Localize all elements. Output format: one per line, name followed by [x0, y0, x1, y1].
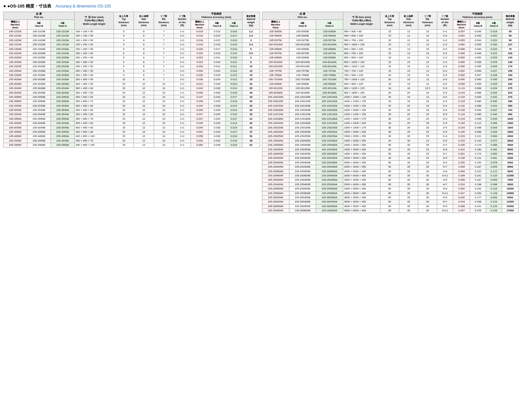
table-cell: 105-3045B — [27, 91, 51, 95]
table-cell: 105-9090A — [316, 82, 343, 86]
table-row: 105-6090K105-6090B105-6090A600 × 900 × 1… — [262, 56, 519, 60]
table-cell: 0.029 — [486, 60, 502, 64]
table-cell: 0.028 — [209, 108, 226, 112]
table-cell: 13 — [399, 52, 418, 56]
table-cell: 30 — [399, 143, 418, 147]
table-row: 105-2535K105-2535B105-2535A250 × 350 × 5… — [4, 73, 260, 77]
table-cell: 0.019 — [225, 143, 242, 147]
table-cell: 41 — [242, 117, 260, 121]
table-cell: 10 — [154, 104, 174, 108]
table-cell: 0.085 — [453, 60, 470, 64]
table-cell: 40 — [242, 99, 260, 104]
table-cell: 105-4050A — [51, 130, 75, 134]
table-cell: 105-5050A — [316, 30, 343, 34]
table-cell: 0.457 — [453, 209, 470, 213]
table-cell: 0.032 — [209, 139, 226, 143]
table-cell: 7 — [154, 60, 174, 64]
table-cell: 0.233 — [453, 139, 470, 143]
table-cell: 105-4560K — [4, 143, 27, 147]
table-cell: 500 × 600 × 100 — [343, 34, 380, 38]
table-cell: 270 — [502, 95, 518, 99]
table-cell: 15 — [242, 73, 260, 77]
table-cell: 105-3050A — [51, 95, 75, 99]
table-cell: 8 — [134, 43, 154, 47]
table-cell: 10 — [154, 143, 174, 147]
table-cell: 0.027 — [486, 69, 502, 73]
table-cell: 2000 × 3000 × 250 — [343, 160, 380, 165]
table-cell: 100 × 200 × 50 — [74, 38, 114, 42]
table-cell: 105-4060A — [51, 134, 75, 139]
table-cell: 105-150150A — [316, 126, 343, 130]
table-cell: 8 — [134, 73, 154, 77]
table-cell: 0.098 — [470, 130, 486, 134]
table-cell: 105-150300A — [316, 139, 343, 143]
table-cell: 12 — [134, 134, 154, 139]
table-cell: 13 — [418, 78, 437, 82]
table-cell: 2600 — [502, 139, 518, 143]
table-cell: 105-300600A — [316, 209, 343, 213]
table-row: 105-5060K105-5060B105-5060A500 × 600 × 1… — [262, 34, 519, 38]
table-cell: 90 — [502, 38, 518, 42]
table-cell: 0.028 — [209, 104, 226, 108]
table-cell: 50 — [380, 160, 399, 165]
table-cell: 10 — [154, 112, 174, 117]
table-cell: 60 — [502, 34, 518, 38]
table-cell: 400 × 400 × 60 — [74, 121, 114, 126]
table-cell: 0.045 — [191, 104, 208, 108]
table-cell: 105-3535K — [4, 104, 27, 108]
table-cell: 10 — [154, 130, 174, 134]
table-row: 105-100100K105-100100B105-100100A1000 × … — [262, 95, 519, 99]
table-cell: 0.140 — [453, 104, 470, 108]
class-b-sub: B級Class B — [27, 20, 51, 29]
table-cell: 105-200500K — [262, 169, 289, 173]
table-cell: 105-250400B — [289, 182, 316, 187]
table-cell: 105-4050B — [27, 130, 51, 134]
table-cell: 1×1 — [174, 56, 191, 60]
table-cell: 0.017 — [225, 130, 242, 134]
table-cell: 15 — [114, 130, 134, 134]
table-cell: 60 — [380, 209, 399, 213]
table-cell: 7 — [154, 56, 174, 60]
table-cell: 105-150450B — [289, 147, 316, 152]
table-cell: 105-3050K — [4, 95, 27, 99]
table-cell: 105-3545A — [51, 112, 75, 117]
table-cell: 2.2 — [242, 30, 260, 34]
table-cell: 0.045 — [191, 121, 208, 126]
table-cell: 60 — [380, 182, 399, 187]
table-cell: 0.056 — [486, 121, 502, 126]
table-cell: 30 — [399, 134, 418, 139]
table-cell: 0.015 — [209, 30, 226, 34]
table-cell: 500 × 1000 × 100 — [343, 43, 380, 47]
flatness-header-r: 平面精度Flatness accuracy (mm) — [453, 12, 502, 20]
table-cell: 0.098 — [486, 182, 502, 187]
table-cell: 105-250500B — [289, 187, 316, 191]
table-cell: 2×3 — [437, 99, 453, 104]
table-cell: 15 — [399, 78, 418, 82]
table-cell: 0.044 — [486, 91, 502, 95]
table-cell: 0.022 — [486, 38, 502, 42]
table-cell: 105-250600B — [289, 191, 316, 195]
table-row: 105-150200K105-150200B105-150200A1500 × … — [262, 130, 519, 134]
table-row: 105-2020K105-2020B105-2020A200 × 200 × 5… — [4, 52, 260, 56]
table-row: 105-250400K105-250400B105-250400A2500 × … — [262, 182, 519, 187]
table-cell: 12 — [134, 82, 154, 86]
table-cell: 2×3 — [437, 91, 453, 95]
table-cell: 20 — [399, 91, 418, 95]
table-cell: 2×2 — [437, 52, 453, 56]
table-cell: 0.015 — [209, 38, 226, 42]
table-cell: 18 — [380, 56, 399, 60]
table-cell: 35 — [399, 178, 418, 182]
table-cell: 0.017 — [225, 117, 242, 121]
table-cell: 13 — [418, 73, 437, 77]
table-cell: 105-150200K — [262, 130, 289, 134]
table-cell: 105-4045B — [27, 126, 51, 130]
table-cell: 0.049 — [486, 126, 502, 130]
table-cell: 600 × 750 × 100 — [343, 52, 380, 56]
table-cell: 12 — [399, 34, 418, 38]
table-cell: 0.133 — [453, 99, 470, 104]
table-cell: 0.241 — [470, 173, 486, 178]
table-cell: 0.060 — [470, 78, 486, 82]
table-cell: 0.058 — [191, 134, 208, 139]
table-cell: 105-250500K — [262, 187, 289, 191]
table-cell: 15 — [114, 126, 134, 130]
